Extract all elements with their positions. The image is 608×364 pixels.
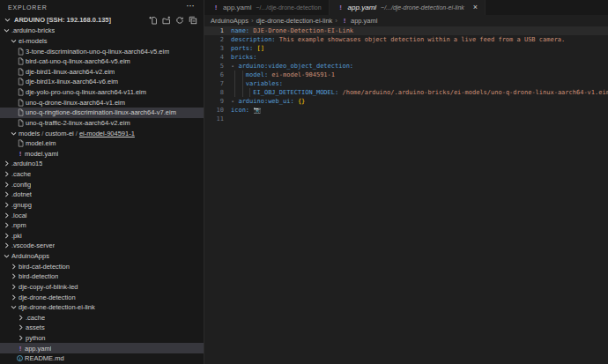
- tree-item-dje-drone-detection[interactable]: dje-drone-detection: [0, 292, 204, 302]
- tree-item-uno-q-traffic-2-linux-aarch64-v2-eim[interactable]: uno-q-traffic-2-linux-aarch64-v2.eim: [0, 118, 204, 129]
- line-number[interactable]: 8: [204, 89, 231, 96]
- tree-item-model-yaml[interactable]: !model.yaml: [0, 149, 204, 160]
- code-line-2[interactable]: 2description: This example showcases obj…: [204, 35, 608, 44]
- tree-item-label: bird-cat-detection: [19, 263, 70, 271]
- tree-item-dje-copy-of-blink-led[interactable]: dje-copy-of-blink-led: [0, 282, 204, 293]
- code-line-5[interactable]: 5- arduino:video_object_detection:: [204, 62, 608, 71]
- tree-item-config[interactable]: .config: [0, 179, 204, 189]
- tree-item-label: python: [26, 334, 46, 342]
- line-number[interactable]: 7: [204, 80, 231, 87]
- editor[interactable]: 1name: DJE-Drone-Detection-EI-Link2descr…: [204, 26, 608, 364]
- tree-item-gnupg[interactable]: .gnupg: [0, 200, 204, 211]
- code-text: EI_OBJ_DETECTION_MODEL: /home/arduino/.a…: [231, 88, 608, 97]
- tree-item-local[interactable]: .local: [0, 210, 204, 220]
- new-file-icon[interactable]: [148, 15, 158, 25]
- path-segment: custom-ei: [45, 130, 74, 137]
- tab-label: app.yaml: [223, 4, 251, 11]
- breadcrumb: ArduinoApps›dje-drone-detection-ei-link›…: [204, 15, 608, 26]
- code-text: variables:: [231, 79, 283, 88]
- tree-item-pki[interactable]: .pki: [0, 231, 204, 241]
- tree-item-uno-q-drone-linux-aarch64-v1-eim[interactable]: uno-q-drone-linux-aarch64-v1.eim: [0, 97, 204, 108]
- tab-label: app.yaml: [348, 4, 376, 11]
- tree-item-bird-cat-detection[interactable]: bird-cat-detection: [0, 261, 204, 271]
- line-number[interactable]: 4: [204, 54, 231, 61]
- breadcrumb-item-app-yaml[interactable]: !app.yaml: [340, 17, 377, 25]
- line-number[interactable]: 3: [204, 45, 231, 52]
- chevron-right-icon: [9, 263, 19, 271]
- chevron-down-icon: [3, 16, 12, 24]
- workspace-section-header[interactable]: ARDUINO [SSH: 192.168.0.135]: [0, 14, 204, 26]
- tree-item-arduinoapps[interactable]: ArduinoApps: [0, 251, 204, 262]
- line-number[interactable]: 5: [204, 63, 231, 70]
- workspace-section-label: ARDUINO [SSH: 192.168.0.135]: [14, 16, 111, 24]
- line-number[interactable]: 11: [204, 115, 231, 123]
- tree-item-app-yaml[interactable]: !app.yaml: [0, 343, 204, 353]
- tree-item-ei-models[interactable]: ei-models: [0, 36, 204, 47]
- collapse-all-icon[interactable]: [188, 15, 197, 25]
- code-line-11[interactable]: 11: [204, 115, 608, 123]
- tree-item-arduino-bricks[interactable]: .arduino-bricks: [0, 26, 204, 36]
- tree-item-label: .pki: [11, 232, 22, 240]
- breadcrumb-separator: ›: [335, 17, 337, 25]
- tab-app-yaml-1[interactable]: !app.yaml~/.../dje-drone-detection: [204, 0, 330, 15]
- file-icon: [16, 99, 26, 107]
- tree-item-assets[interactable]: assets: [0, 323, 204, 333]
- tree-item-label: model.eim: [26, 139, 56, 147]
- tree-item-dje-bird1-linux-aarch64-v2-eim[interactable]: dje-bird1-linux-aarch64-v2.eim: [0, 67, 204, 78]
- tree-item-bird-detection[interactable]: bird-detection: [0, 271, 204, 282]
- tree-item-models-custom-ei-ei-model-904591-1[interactable]: models/custom-ei/ei-model-904591-1: [0, 128, 204, 138]
- tree-item-readme-md[interactable]: iREADME.md: [0, 353, 204, 364]
- line-number[interactable]: 9: [204, 98, 231, 105]
- code-line-7[interactable]: 7 variables:: [204, 79, 608, 88]
- code-line-9[interactable]: 9- arduino:web_ui: {}: [204, 97, 608, 106]
- more-actions-icon[interactable]: ⋯: [186, 2, 196, 11]
- tree-item-model-eim[interactable]: model.eim: [0, 138, 204, 149]
- tree-item-label: model.yaml: [25, 150, 58, 158]
- chevron-down-icon: [2, 26, 11, 34]
- refresh-icon[interactable]: [174, 15, 184, 25]
- tree-item-arduino15[interactable]: .arduino15: [0, 159, 204, 169]
- file-icon: [16, 88, 26, 96]
- line-number[interactable]: 2: [204, 36, 231, 43]
- tree-item-label: .vscode-server: [11, 241, 55, 249]
- tree-item-cache[interactable]: .cache: [0, 313, 204, 323]
- tree-item-3-tone-discrimination-uno-q-linux-aarch64-v5-eim[interactable]: 3-tone-discrimination-uno-q-linux-aarch6…: [0, 46, 204, 56]
- file-icon: [16, 48, 26, 56]
- chevron-right-icon: [9, 283, 19, 291]
- yaml-file-icon: !: [340, 17, 349, 25]
- code-line-4[interactable]: 4bricks:: [204, 53, 608, 62]
- tree-item-dje-bird1x-linux-aarch64-v6-eim[interactable]: dje-bird1x-linux-aarch64-v6.eim: [0, 77, 204, 87]
- tree-item-label: uno-q-ringtione-discrimination-linux-aar…: [26, 108, 176, 116]
- code-line-3[interactable]: 3ports: []: [204, 44, 608, 53]
- line-number[interactable]: 6: [204, 71, 231, 78]
- tree-item-label: .cache: [11, 170, 31, 178]
- tree-item-dje-drone-detection-ei-link[interactable]: dje-drone-detection-ei-link: [0, 302, 204, 313]
- code-text: - arduino:video_object_detection:: [231, 62, 353, 71]
- code-line-10[interactable]: 10icon: 📷: [204, 106, 608, 115]
- tree-item-dje-yolo-pro-uno-q-linux-aarch64-v11-eim[interactable]: dje-yolo-pro-uno-q-linux-aarch64-v11.eim: [0, 87, 204, 98]
- tree-item-dotnet[interactable]: .dotnet: [0, 189, 204, 200]
- tab-app-yaml-2[interactable]: !app.yaml~/.../dje-drone-detection-ei-li…: [330, 0, 486, 15]
- new-folder-icon[interactable]: [161, 15, 171, 25]
- tree-item-vscode-server[interactable]: .vscode-server: [0, 241, 204, 251]
- line-number[interactable]: 10: [204, 107, 231, 114]
- code-text: ports: []: [231, 44, 264, 53]
- breadcrumb-item-dje-drone-detection-ei-link[interactable]: dje-drone-detection-ei-link: [256, 17, 333, 25]
- yaml-file-icon: !: [16, 345, 25, 353]
- code-text: bricks:: [231, 53, 257, 62]
- breadcrumb-item-arduinoapps[interactable]: ArduinoApps: [211, 17, 248, 25]
- editor-group: !app.yaml~/.../dje-drone-detection!app.y…: [204, 0, 608, 364]
- breadcrumb-label: dje-drone-detection-ei-link: [256, 17, 333, 25]
- tree-item-bird-cat-uno-q-linux-aarch64-v5-eim[interactable]: bird-cat-uno-q-linux-aarch64-v5.eim: [0, 56, 204, 67]
- code-line-8[interactable]: 8 EI_OBJ_DETECTION_MODEL: /home/arduino/…: [204, 88, 608, 97]
- tree-item-cache[interactable]: .cache: [0, 169, 204, 180]
- code-line-1[interactable]: 1name: DJE-Drone-Detection-EI-Link: [204, 26, 608, 35]
- line-number[interactable]: 1: [204, 27, 231, 34]
- tree-item-uno-q-ringtione-discrimination-linux-aarch64-v7-eim[interactable]: uno-q-ringtione-discrimination-linux-aar…: [0, 108, 204, 118]
- tab-path: ~/.../dje-drone-detection: [256, 4, 321, 11]
- path-segment: ei-model-904591-1: [79, 130, 135, 137]
- close-icon[interactable]: ×: [473, 4, 478, 11]
- code-line-6[interactable]: 6 model: ei-model-904591-1: [204, 71, 608, 79]
- tree-item-python[interactable]: python: [0, 333, 204, 344]
- tree-item-npm[interactable]: .npm: [0, 220, 204, 231]
